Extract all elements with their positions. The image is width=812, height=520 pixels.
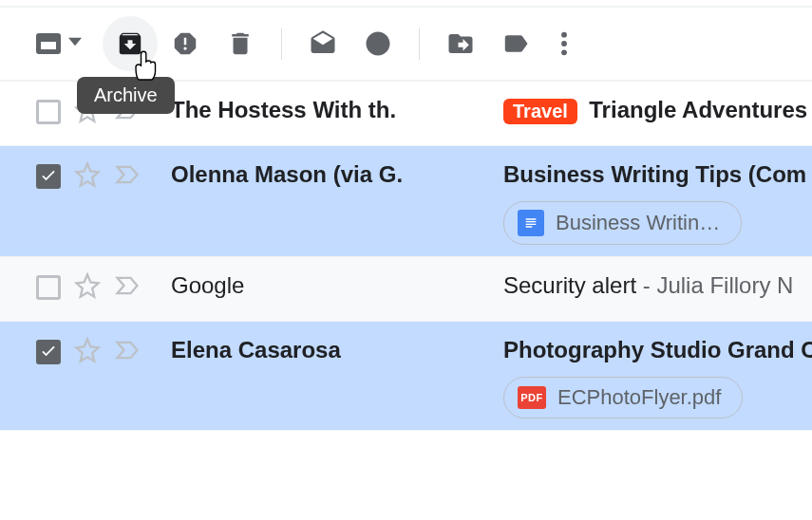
subject-snippet: - Julia Fillory N [636,272,793,298]
labels-button[interactable] [488,16,543,71]
subject: Business Writing Tips (Com Business Writ… [503,158,812,245]
subject-text: Photography Studio Grand O [503,337,812,362]
pdf-icon: PDF [518,386,546,409]
subject-text: Business Writing Tips (Com [503,161,806,187]
checkbox[interactable] [36,340,61,364]
checkbox[interactable] [36,275,61,300]
report-spam-button[interactable] [158,16,213,71]
tooltip-archive: Archive [77,77,175,114]
subject-text: Security alert [503,272,636,298]
svg-point-0 [561,32,567,38]
mark-read-button[interactable] [295,16,350,71]
important-icon[interactable] [114,161,141,192]
email-list: The Hostess With th. Travel Triangle Adv… [0,82,812,431]
important-icon[interactable] [114,272,141,303]
email-row[interactable]: Olenna Mason (via G. Business Writing Ti… [0,146,812,257]
svg-point-2 [561,49,567,55]
attachment-name: Business Writin… [556,211,720,235]
subject: Photography Studio Grand O PDF ECPhotoFl… [503,333,812,418]
subject: Travel Triangle Adventures [503,93,812,124]
star-icon[interactable] [74,337,101,367]
sender: Olenna Mason (via G. [171,158,503,188]
toolbar-separator [281,28,282,60]
label-chip[interactable]: Travel [503,99,577,124]
subject-text: Triangle Adventures [589,97,807,122]
svg-point-1 [561,41,567,46]
attachment-chip[interactable]: Business Writin… [503,201,742,245]
toolbar-separator [419,28,420,60]
sender: Elena Casarosa [171,333,503,363]
email-row[interactable]: Google Security alert - Julia Fillory N [0,257,812,322]
sender: Google [171,269,503,299]
select-all-group[interactable] [36,33,82,54]
important-icon[interactable] [114,337,141,367]
email-row[interactable]: Elena Casarosa Photography Studio Grand … [0,322,812,431]
sender: The Hostess With th. [171,93,503,123]
delete-button[interactable] [213,16,268,71]
attachment-chip[interactable]: PDF ECPhotoFlyer.pdf [503,377,743,418]
star-icon[interactable] [74,272,101,303]
select-some-icon [36,33,61,54]
archive-button[interactable]: Archive [103,16,158,71]
more-button[interactable] [543,16,585,71]
checkbox[interactable] [36,164,61,189]
star-icon[interactable] [74,161,101,192]
gdoc-icon [518,210,544,236]
toolbar: Archive [0,6,812,82]
subject: Security alert - Julia Fillory N [503,269,812,299]
checkbox[interactable] [36,100,61,124]
move-to-button[interactable] [433,16,488,71]
select-dropdown-caret[interactable] [68,35,82,52]
snooze-button[interactable] [350,16,406,71]
attachment-name: ECPhotoFlyer.pdf [557,385,721,410]
